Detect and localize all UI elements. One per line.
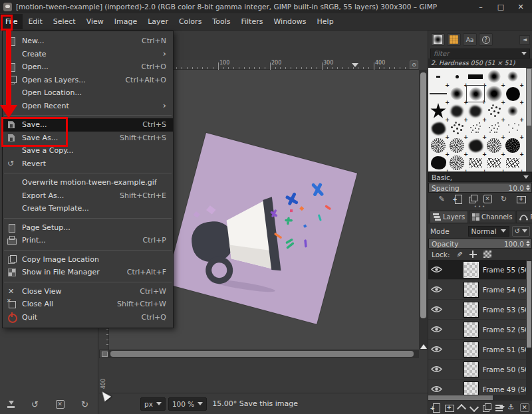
layer-name[interactable]: Frame 49 (50 <box>483 385 529 393</box>
edit-brush-icon[interactable]: ✎ <box>435 195 448 203</box>
brush-thumbnail-texdark[interactable] <box>503 137 522 154</box>
layer-thumbnail[interactable] <box>464 342 479 358</box>
dock-collapse-button[interactable]: ◄ <box>519 35 530 45</box>
tab-channels[interactable]: Channels <box>469 211 515 223</box>
unit-dropdown[interactable]: px <box>140 397 166 411</box>
layer-thumbnail[interactable] <box>464 381 479 395</box>
brush-thumbnail-star[interactable] <box>429 102 448 120</box>
new-layer-icon[interactable] <box>432 403 441 412</box>
mode-reset-button[interactable]: ↺ <box>512 226 530 237</box>
visibility-eye-icon[interactable] <box>431 365 442 373</box>
menu-filters[interactable]: Filters <box>235 14 268 29</box>
layer-thumbnail[interactable] <box>464 262 479 278</box>
visibility-eye-icon[interactable] <box>431 385 442 393</box>
quick-mask-toggle[interactable] <box>99 350 109 358</box>
delete-brush-icon[interactable]: ✕ <box>483 195 492 203</box>
spinner-arrows-icon[interactable] <box>526 241 530 247</box>
menu-colors[interactable]: Colors <box>174 14 207 29</box>
brush-thumbnail-tex[interactable] <box>448 154 466 171</box>
layer-name[interactable]: Frame 51 (50 <box>483 346 529 354</box>
brush-scrollbar[interactable] <box>526 68 532 171</box>
brushes-tab[interactable] <box>431 33 445 46</box>
visibility-eye-icon[interactable] <box>431 306 442 313</box>
scroll-arrow-icon[interactable] <box>420 344 427 349</box>
close-button[interactable]: ✕ <box>511 0 531 13</box>
brush-thumbnail-soft1[interactable] <box>503 102 522 120</box>
brush-thumbnail-blob[interactable] <box>429 120 448 137</box>
brush-thumbnail-line[interactable] <box>429 85 448 102</box>
brush-thumbnail-softsel[interactable] <box>466 85 485 102</box>
brush-thumbnail-tex[interactable] <box>448 137 466 154</box>
layer-row-54[interactable]: Frame 54 (50 <box>428 280 532 300</box>
layer-thumbnail[interactable] <box>464 282 479 298</box>
lock-position-icon[interactable] <box>469 251 477 258</box>
patterns-tab[interactable] <box>447 33 461 46</box>
layers-vertical-scrollbar[interactable] <box>526 260 532 395</box>
brush-thumbnail-blob[interactable] <box>466 137 485 154</box>
brush-thumbnail-sketch[interactable] <box>503 154 522 171</box>
menu-windows[interactable]: Windows <box>268 14 311 29</box>
menu-item-open-as-layers[interactable]: Open as Layers...Ctrl+Alt+O <box>3 74 173 87</box>
visibility-eye-icon[interactable] <box>431 286 442 293</box>
brush-thumbnail-bar[interactable] <box>466 68 485 85</box>
layer-name[interactable]: Frame 52 (50 <box>483 326 529 334</box>
layer-row-52[interactable]: Frame 52 (50 <box>428 320 532 340</box>
menu-item-close-view[interactable]: Close ViewCtrl+W <box>3 285 173 298</box>
menu-item-open[interactable]: Open...Ctrl+O <box>3 60 173 74</box>
brush-thumbnail-sketch[interactable] <box>466 154 485 171</box>
raise-layer-icon[interactable] <box>457 403 466 412</box>
duplicate-brush-icon[interactable] <box>468 195 477 203</box>
layer-row-49[interactable]: Frame 49 (50 <box>428 379 532 395</box>
layers-horizontal-scrollbar[interactable] <box>428 395 532 401</box>
canvas-horizontal-scrollbar[interactable] <box>109 350 419 358</box>
menu-item-export-as[interactable]: Export As...Shift+Ctrl+E <box>3 189 173 203</box>
undo-icon[interactable]: ↺ <box>29 399 42 409</box>
menu-image[interactable]: Image <box>109 14 142 29</box>
delete-layer-icon[interactable] <box>520 403 529 412</box>
menu-item-print[interactable]: Print...Ctrl+P <box>3 234 173 247</box>
menu-item-create-template[interactable]: Create Template... <box>3 202 173 215</box>
menu-item-show-in-file-manager[interactable]: Show in File ManagerCtrl+Alt+F <box>3 266 173 279</box>
brush-filter-field[interactable] <box>430 49 530 58</box>
menu-item-create[interactable]: Create› <box>3 48 173 61</box>
menu-select[interactable]: Select <box>48 14 81 29</box>
lock-alpha-icon[interactable] <box>483 251 491 258</box>
brush-thumbnail-hard[interactable] <box>503 85 522 102</box>
delete-icon[interactable]: ✕ <box>56 400 65 409</box>
layer-thumbnail[interactable] <box>464 322 479 338</box>
brush-thumbnail-fuzzy[interactable] <box>448 102 466 120</box>
menu-view[interactable]: View <box>81 14 109 29</box>
menu-item-close-all[interactable]: Close AllShift+Ctrl+W <box>3 298 173 311</box>
brush-thumbnail-soft1[interactable] <box>503 68 522 85</box>
brush-thumbnail-tex[interactable] <box>429 137 448 154</box>
menu-item-page-setup[interactable]: Page Setup... <box>3 221 173 235</box>
brush-thumbnail-soft2[interactable] <box>448 85 466 102</box>
tab-paths[interactable]: Paths <box>516 211 532 223</box>
layer-thumbnail[interactable] <box>464 302 479 318</box>
duplicate-layer-icon[interactable] <box>482 403 491 412</box>
save-preset-icon[interactable] <box>7 401 15 408</box>
brush-thumbnail-darkblob[interactable] <box>429 154 448 171</box>
menu-item-open-location[interactable]: Open Location... <box>3 86 173 100</box>
brush-thumbnail-fine[interactable] <box>466 120 485 137</box>
layer-row-50[interactable]: Frame 50 (50 <box>428 360 532 379</box>
menu-help[interactable]: Help <box>312 14 339 29</box>
maximize-button[interactable]: □ <box>491 0 511 13</box>
new-brush-icon[interactable] <box>454 195 463 203</box>
lock-pixels-icon[interactable]: ✎ <box>456 251 464 257</box>
menu-item-overwrite[interactable]: Overwrite motion-tween-example.gif <box>3 176 173 189</box>
brush-thumbnail-tex[interactable] <box>485 137 503 154</box>
brush-thumbnail-soft3[interactable] <box>485 85 503 102</box>
brush-group-dropdown[interactable]: Basic, <box>428 172 532 182</box>
menu-item-revert[interactable]: Revert <box>3 157 173 171</box>
brush-thumbnail-scatter[interactable] <box>448 120 466 137</box>
new-group-icon[interactable] <box>444 403 454 412</box>
layer-name[interactable]: Frame 55 (50 <box>483 266 529 274</box>
brush-filter-input[interactable] <box>434 50 521 57</box>
document-history-tab[interactable]: ? <box>479 33 493 46</box>
minimize-button[interactable]: – <box>471 0 491 13</box>
brush-thumbnail-sketch[interactable] <box>485 154 503 171</box>
opacity-slider[interactable]: Opacity 100.0 <box>428 239 532 249</box>
layer-name[interactable]: Frame 53 (50 <box>483 306 529 314</box>
spacing-slider[interactable]: Spacing 10.0 <box>428 183 532 193</box>
